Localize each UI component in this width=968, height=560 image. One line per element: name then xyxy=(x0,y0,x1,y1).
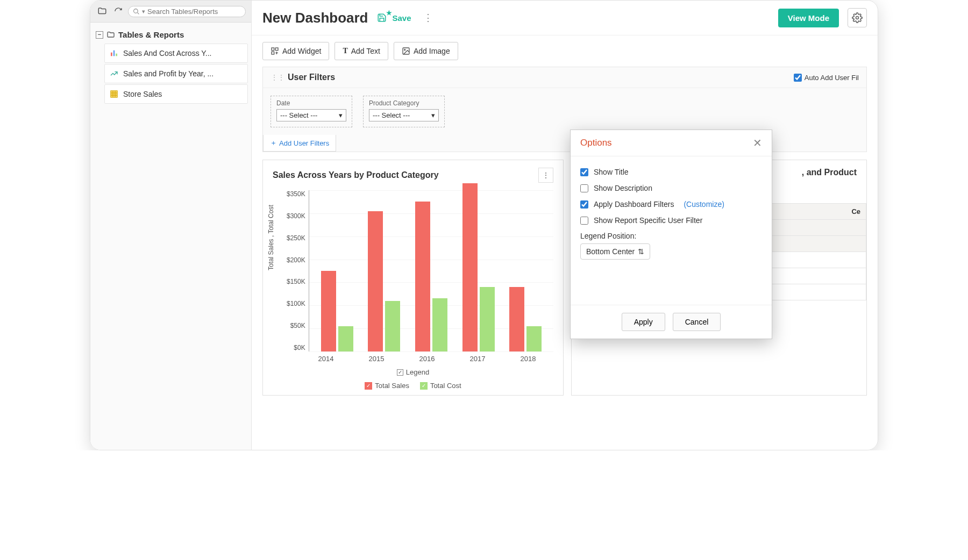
svg-rect-1 xyxy=(111,53,112,56)
widget-icon xyxy=(271,47,279,55)
add-user-filters-button[interactable]: ＋Add User Filters xyxy=(263,135,336,152)
chart-title: Sales Across Years by Product Category xyxy=(273,170,439,180)
y-axis-ticks: $350K$300K$250K$200K$150K$100K$50K$0K xyxy=(287,190,309,351)
settings-button[interactable] xyxy=(848,8,867,27)
auto-add-filters-checkbox[interactable]: Auto Add User Fil xyxy=(794,74,859,82)
sidebar-item-sales-cost[interactable]: Sales And Cost Across Y... xyxy=(104,44,248,63)
chevron-down-icon: ▾ xyxy=(142,8,145,15)
header-more-button[interactable]: ⋮ xyxy=(420,12,436,24)
sidebar-item-sales-profit[interactable]: Sales and Profit by Year, ... xyxy=(104,64,248,83)
save-label: Save xyxy=(393,13,411,23)
add-widget-button[interactable]: Add Widget xyxy=(262,42,329,60)
search-input[interactable] xyxy=(147,8,241,16)
svg-point-0 xyxy=(134,9,138,13)
option-show-description[interactable]: Show Description xyxy=(580,180,762,196)
option-show-report-filter[interactable]: Show Report Specific User Filter xyxy=(580,212,762,228)
folder-icon[interactable] xyxy=(96,5,109,18)
customize-link[interactable]: (Customize) xyxy=(684,200,724,209)
sidebar-item-label: Sales And Cost Across Y... xyxy=(123,49,211,58)
tree-group-header[interactable]: − Tables & Reports xyxy=(94,27,248,42)
y-axis-label: Total Sales , Total Cost xyxy=(267,205,275,270)
legend-item-total-sales: ✓Total Sales xyxy=(365,382,409,390)
option-show-title[interactable]: Show Title xyxy=(580,164,762,180)
text-icon: T xyxy=(343,47,347,55)
filter-product-category: Product Category --- Select ---▾ xyxy=(363,96,445,127)
plus-icon: ＋ xyxy=(270,138,277,148)
svg-rect-4 xyxy=(111,91,117,97)
table-card-title-suffix: , and Product xyxy=(802,168,857,177)
sidebar-item-label: Sales and Profit by Year, ... xyxy=(123,69,213,78)
svg-point-10 xyxy=(404,49,405,51)
chevron-down-icon: ▾ xyxy=(431,111,435,119)
svg-point-5 xyxy=(856,17,859,19)
legend-item-total-cost: ✓Total Cost xyxy=(420,382,461,390)
add-text-button[interactable]: T Add Text xyxy=(334,42,388,60)
filter-label: Date xyxy=(276,99,346,107)
drag-handle-icon[interactable]: ⋮⋮ xyxy=(271,73,284,82)
search-icon xyxy=(133,8,140,15)
filter-category-select[interactable]: --- Select ---▾ xyxy=(369,109,439,121)
sidebar: ▾ − Tables & Reports Sales And Cost Acro… xyxy=(90,1,252,450)
close-button[interactable]: ✕ xyxy=(753,138,762,148)
apply-button[interactable]: Apply xyxy=(622,313,665,331)
trend-up-icon xyxy=(109,69,119,78)
add-image-label: Add Image xyxy=(414,47,450,55)
popup-title: Options xyxy=(580,138,612,148)
bar-chart-icon xyxy=(109,48,119,58)
filters-title: User Filters xyxy=(288,73,335,82)
page-title: New Dashboard xyxy=(262,10,368,26)
legend-position-select[interactable]: Bottom Center ⇅ xyxy=(580,243,650,260)
refresh-icon[interactable] xyxy=(112,5,125,18)
chevron-down-icon: ▾ xyxy=(339,111,343,119)
collapse-icon[interactable]: − xyxy=(96,31,103,39)
sidebar-item-label: Store Sales xyxy=(123,90,162,98)
cancel-button[interactable]: Cancel xyxy=(673,313,721,331)
add-widget-label: Add Widget xyxy=(282,47,321,55)
svg-rect-2 xyxy=(113,51,115,56)
tree-group-label: Tables & Reports xyxy=(118,30,184,39)
sidebar-item-store-sales[interactable]: Store Sales xyxy=(104,84,248,104)
image-icon xyxy=(402,47,410,55)
table-icon xyxy=(109,89,119,99)
add-image-button[interactable]: Add Image xyxy=(394,42,458,60)
legend-toggle[interactable]: ✓Legend xyxy=(397,368,429,376)
legend-position-label: Legend Position: xyxy=(580,232,762,240)
filter-date-select[interactable]: --- Select ---▾ xyxy=(276,109,346,121)
x-axis-ticks: 20142015201620172018 xyxy=(301,355,553,363)
option-apply-filters[interactable]: Apply Dashboard Filters (Customize) xyxy=(580,196,762,212)
chart-bars xyxy=(309,190,553,351)
view-mode-button[interactable]: View Mode xyxy=(778,9,839,27)
filter-date: Date --- Select ---▾ xyxy=(271,96,352,127)
svg-rect-3 xyxy=(116,54,117,56)
add-text-label: Add Text xyxy=(351,47,380,55)
save-icon xyxy=(377,13,387,23)
svg-rect-6 xyxy=(272,48,274,51)
chart-more-button[interactable]: ⋮ xyxy=(538,168,553,183)
filter-label: Product Category xyxy=(369,99,439,107)
save-button[interactable]: ★ Save xyxy=(377,13,411,23)
search-input-wrap[interactable]: ▾ xyxy=(128,6,246,17)
chart-card-sales-across-years: Sales Across Years by Product Category ⋮… xyxy=(262,160,564,396)
options-popup: Options ✕ Show Title Show Description Ap… xyxy=(570,130,772,339)
sort-icon: ⇅ xyxy=(638,247,644,256)
svg-rect-8 xyxy=(272,52,274,54)
svg-rect-7 xyxy=(275,48,278,51)
folder-icon xyxy=(106,31,115,39)
gear-icon xyxy=(852,12,863,23)
user-filters-panel: ⋮⋮User Filters Auto Add User Fil Date --… xyxy=(262,67,867,152)
